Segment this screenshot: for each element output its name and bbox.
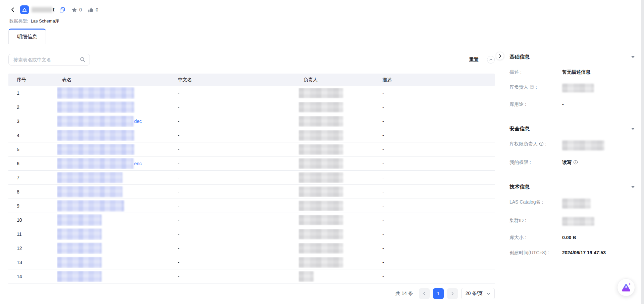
pagination-next-button[interactable] — [447, 288, 458, 299]
cn-name-cell: - — [173, 274, 299, 279]
field-label-colon: : — [525, 234, 526, 241]
pagination-page-1[interactable]: 1 — [433, 288, 444, 299]
panel-field: 创建时间(UTC+8):2024/06/17 19:47:53 — [509, 249, 635, 256]
desc-cell: - — [377, 133, 495, 138]
page-header: t 0 0 — [0, 0, 644, 14]
panel-section-2: 技术信息LAS Catalog名:集群ID:库大小:0.00 B创建时间(UTC… — [509, 184, 635, 256]
table-name-link[interactable]: enc — [134, 161, 142, 166]
cn-name-cell: - — [173, 203, 299, 209]
reset-button[interactable]: 重置 — [469, 57, 479, 63]
panel-expand-button[interactable] — [496, 52, 504, 60]
field-label: 描述: — [509, 69, 562, 75]
field-value: - — [562, 101, 564, 107]
field-label: 库权限负责人?: — [509, 140, 562, 147]
search-input[interactable] — [13, 57, 80, 63]
table-name-cell[interactable] — [57, 214, 173, 226]
field-value-text: - — [562, 101, 564, 107]
table-name-redacted-blur — [57, 271, 102, 282]
table-row[interactable]: 8-- — [8, 185, 495, 199]
table-name-cell[interactable] — [57, 228, 173, 240]
table-name-redacted-blur — [57, 172, 122, 183]
table-name-cell[interactable] — [57, 101, 173, 113]
table-row[interactable]: 1-- — [8, 86, 495, 100]
page-scrollbar[interactable] — [641, 0, 644, 304]
table-name-redacted-blur — [57, 257, 102, 268]
table-row[interactable]: 10-- — [8, 213, 495, 227]
tab-detail-info[interactable]: 明细信息 — [8, 29, 46, 44]
back-button[interactable] — [9, 6, 16, 13]
table-row[interactable]: 3dec-- — [8, 114, 495, 128]
help-icon[interactable]: ? — [539, 141, 544, 146]
caret-down-icon[interactable] — [631, 128, 635, 130]
table-row[interactable]: 13-- — [8, 255, 495, 269]
field-value: 2024/06/17 19:47:53 — [562, 249, 606, 256]
field-label-text: 描述 — [509, 69, 519, 75]
star-icon — [71, 7, 77, 13]
cn-name-cell: - — [173, 260, 299, 265]
table-row[interactable]: 14-- — [8, 269, 495, 284]
field-value: 暂无描述信息 — [562, 69, 590, 75]
panel-section-0: 基础信息描述:暂无描述信息库负责人?:库用途:- — [509, 54, 635, 107]
table-name-cell[interactable] — [57, 144, 173, 155]
info-panel: 基础信息描述:暂无描述信息库负责人?:库用途:-安全信息库权限负责人?:我的权限… — [500, 44, 641, 304]
title-suffix: t — [53, 7, 54, 13]
table-row[interactable]: 11-- — [8, 227, 495, 241]
table-row[interactable]: 4-- — [8, 128, 495, 142]
page-size-select[interactable]: 20 条/页 — [461, 288, 495, 299]
caret-down-icon[interactable] — [631, 186, 635, 188]
owner-redacted-blur — [299, 271, 314, 282]
panel-section-1: 安全信息库权限负责人?:我的权限:读写? — [509, 126, 635, 166]
desc-cell: - — [377, 274, 495, 279]
field-value: 读写? — [562, 159, 578, 166]
caret-down-icon[interactable] — [631, 56, 635, 58]
search-box[interactable] — [8, 54, 90, 66]
table-row[interactable]: 2-- — [8, 100, 495, 114]
panel-field: LAS Catalog名: — [509, 199, 635, 209]
table-name-cell[interactable]: enc — [57, 158, 173, 169]
row-index: 3 — [8, 119, 57, 124]
table-row[interactable]: 12-- — [8, 241, 495, 255]
field-label-text: 库权限负责人 — [509, 140, 538, 147]
table-name-cell[interactable] — [57, 200, 173, 212]
table-name-cell[interactable]: dec — [57, 116, 173, 127]
help-icon[interactable]: ? — [573, 160, 578, 165]
pagination-prev-button[interactable] — [419, 288, 430, 299]
table-name-cell[interactable] — [57, 257, 173, 268]
table-row[interactable]: 9-- — [8, 199, 495, 213]
desc-cell: - — [377, 161, 495, 166]
like-metric[interactable]: 0 — [88, 7, 98, 13]
owner-redacted-blur — [299, 257, 343, 268]
help-icon[interactable]: ? — [530, 85, 534, 89]
field-label-colon: : — [530, 159, 531, 166]
table-name-cell[interactable] — [57, 186, 173, 198]
chevron-down-icon — [487, 292, 490, 296]
table-name-cell[interactable] — [57, 130, 173, 141]
owner-redacted-blur — [299, 116, 343, 127]
table-name-link[interactable]: dec — [134, 119, 142, 124]
owner-cell — [299, 186, 377, 197]
star-metric[interactable]: 0 — [71, 7, 82, 13]
table-name-redacted-blur — [57, 158, 133, 169]
desc-cell: - — [377, 203, 495, 209]
ai-assistant-button[interactable] — [617, 278, 635, 296]
copy-title-button[interactable] — [59, 7, 65, 13]
table-row[interactable]: 6enc-- — [8, 157, 495, 171]
table-name-cell[interactable] — [57, 243, 173, 254]
table-name-cell[interactable] — [57, 271, 173, 282]
field-value-text: 2024/06/17 19:47:53 — [562, 249, 606, 256]
table-row[interactable]: 5-- — [8, 142, 495, 157]
table-row[interactable]: 7-- — [8, 171, 495, 185]
owner-redacted-blur — [299, 88, 343, 98]
search-icon[interactable] — [80, 57, 86, 62]
field-label-colon: : — [548, 249, 549, 256]
section-title-row: 技术信息 — [509, 184, 635, 190]
table-name-cell[interactable] — [57, 172, 173, 183]
table-name-cell[interactable] — [57, 87, 173, 99]
desc-cell: - — [377, 189, 495, 194]
data-type-value: Las Schema库 — [31, 18, 59, 24]
collapse-filter-button[interactable] — [487, 56, 495, 63]
field-label-colon: : — [525, 217, 526, 224]
field-label-text: 我的权限 — [509, 159, 528, 166]
desc-cell: - — [377, 246, 495, 251]
chevron-left-icon — [10, 7, 15, 12]
